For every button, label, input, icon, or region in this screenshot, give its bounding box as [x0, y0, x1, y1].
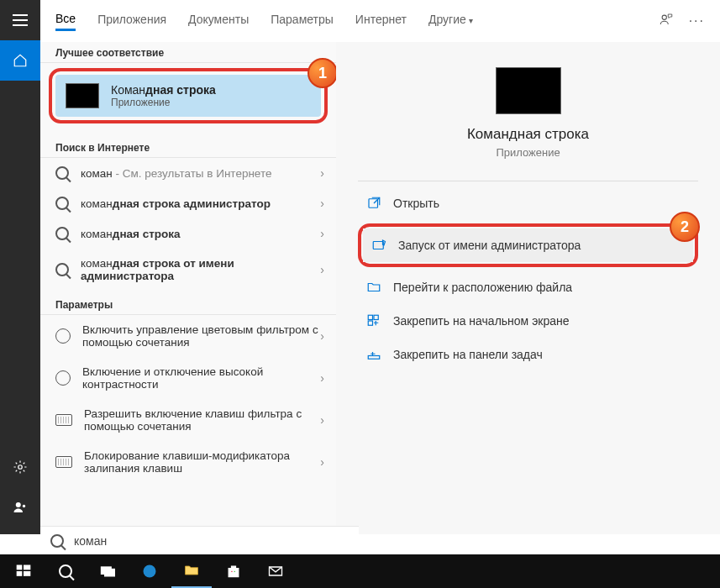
search-icon — [59, 564, 72, 578]
palette-icon — [55, 370, 71, 386]
detail-subtitle: Приложение — [358, 146, 698, 159]
tab-apps[interactable]: Приложения — [97, 13, 166, 29]
callout-2-outline: 2 Запуск от имени администратора — [358, 223, 698, 267]
windows-icon — [15, 563, 32, 580]
callout-badge-2: 2 — [670, 212, 700, 242]
action-pin-taskbar[interactable]: Закрепить на панели задач — [358, 338, 698, 371]
mail-icon — [267, 563, 284, 580]
pin-taskbar-icon — [366, 347, 381, 362]
menu-button[interactable] — [0, 0, 40, 40]
svg-point-16 — [144, 565, 156, 578]
section-settings: Параметры — [40, 291, 336, 315]
svg-rect-6 — [368, 315, 372, 319]
start-button[interactable] — [3, 554, 44, 588]
web-result-2[interactable]: командная строка › — [40, 218, 336, 249]
settings-result-0[interactable]: Включить управление цветовым фильтром с … — [40, 315, 336, 357]
edge-icon — [141, 563, 158, 580]
account-button[interactable] — [0, 487, 40, 528]
svg-rect-18 — [234, 570, 236, 573]
more-button[interactable]: ··· — [689, 13, 705, 29]
person-feedback-icon — [659, 12, 674, 27]
svg-rect-10 — [17, 565, 23, 570]
taskbar-edge[interactable] — [129, 554, 170, 588]
taskbar-explorer[interactable] — [171, 554, 212, 588]
tab-docs[interactable]: Документы — [188, 13, 249, 29]
keyboard-icon — [55, 414, 72, 426]
hamburger-icon — [13, 19, 28, 21]
pin-start-icon — [366, 313, 381, 328]
keyboard-icon — [55, 456, 72, 468]
settings-result-3[interactable]: Блокирование клавиши-модификатора залипа… — [40, 441, 336, 483]
best-match-title: Командная строка — [111, 83, 216, 97]
settings-result-1[interactable]: Включение и отключение высокой контрастн… — [40, 357, 336, 399]
chevron-right-icon: › — [320, 329, 324, 343]
folder-icon — [183, 562, 200, 579]
callout-badge-1: 1 — [307, 58, 336, 88]
search-icon — [50, 534, 64, 548]
action-pin-start[interactable]: Закрепить на начальном экране — [358, 304, 698, 338]
tab-internet[interactable]: Интернет — [355, 13, 407, 29]
shield-admin-icon — [371, 238, 386, 253]
svg-rect-12 — [17, 571, 23, 576]
settings-button[interactable] — [0, 447, 40, 487]
store-icon — [225, 563, 242, 580]
svg-rect-5 — [373, 242, 383, 249]
settings-result-2[interactable]: Разрешить включение клавиш фильтра с пом… — [40, 399, 336, 441]
chevron-right-icon: › — [320, 166, 324, 180]
callout-1-outline: 1 Командная строка Приложение — [49, 68, 328, 123]
chevron-right-icon: › — [320, 263, 324, 276]
home-icon — [13, 53, 28, 68]
action-open-location[interactable]: Перейти к расположению файла — [358, 270, 698, 304]
svg-rect-13 — [24, 571, 30, 576]
app-icon-large — [496, 67, 561, 114]
svg-rect-17 — [231, 570, 234, 573]
tab-settings[interactable]: Параметры — [271, 13, 334, 29]
chevron-down-icon: ▾ — [469, 16, 473, 25]
taskbar — [0, 554, 720, 588]
results-column: Лучшее соответствие 1 Командная строка П… — [40, 42, 336, 534]
search-scope-tabs: Все Приложения Документы Параметры Интер… — [40, 0, 720, 42]
search-icon — [55, 197, 69, 210]
svg-point-1 — [16, 502, 21, 507]
user-icon — [13, 500, 28, 515]
taskbar-mail[interactable] — [255, 554, 296, 588]
search-icon — [55, 166, 69, 180]
web-result-1[interactable]: командная строка администратор › — [40, 188, 336, 218]
start-left-rail — [0, 0, 40, 534]
web-result-3[interactable]: командная строка от имени администратора… — [40, 249, 336, 291]
chevron-right-icon: › — [320, 413, 324, 427]
chevron-right-icon: › — [320, 455, 324, 469]
feedback-button[interactable] — [659, 12, 674, 30]
section-best-match: Лучшее соответствие — [40, 42, 336, 63]
tab-all[interactable]: Все — [55, 12, 76, 31]
taskview-icon — [99, 563, 116, 580]
svg-point-3 — [662, 15, 666, 19]
divider — [358, 181, 698, 181]
best-match-result[interactable]: Командная строка Приложение — [55, 75, 321, 117]
svg-rect-7 — [374, 315, 378, 319]
taskbar-search[interactable] — [45, 554, 86, 588]
section-web: Поиск в Интернете — [40, 134, 336, 158]
svg-rect-15 — [105, 570, 115, 576]
chevron-right-icon: › — [320, 371, 324, 385]
svg-rect-8 — [368, 321, 372, 325]
taskbar-store[interactable] — [213, 554, 254, 588]
folder-icon — [366, 280, 381, 295]
svg-point-2 — [23, 505, 25, 507]
task-view[interactable] — [87, 554, 128, 588]
web-result-0[interactable]: коман - См. результаты в Интернете › — [40, 158, 336, 188]
chevron-right-icon: › — [320, 197, 324, 210]
search-panel: Лучшее соответствие 1 Командная строка П… — [40, 42, 720, 534]
search-input-bar[interactable]: коман — [40, 526, 359, 554]
gear-icon — [13, 459, 28, 475]
open-icon — [366, 196, 381, 211]
chevron-right-icon: › — [320, 227, 324, 240]
action-open[interactable]: Открыть — [358, 186, 698, 220]
svg-rect-11 — [24, 565, 30, 570]
cmd-icon — [66, 83, 99, 108]
tab-other[interactable]: Другие▾ — [428, 13, 473, 29]
action-run-as-admin[interactable]: Запуск от имени администратора — [363, 228, 693, 262]
search-icon — [55, 227, 69, 240]
search-query-text: коман — [74, 534, 107, 548]
home-button[interactable] — [0, 40, 40, 81]
